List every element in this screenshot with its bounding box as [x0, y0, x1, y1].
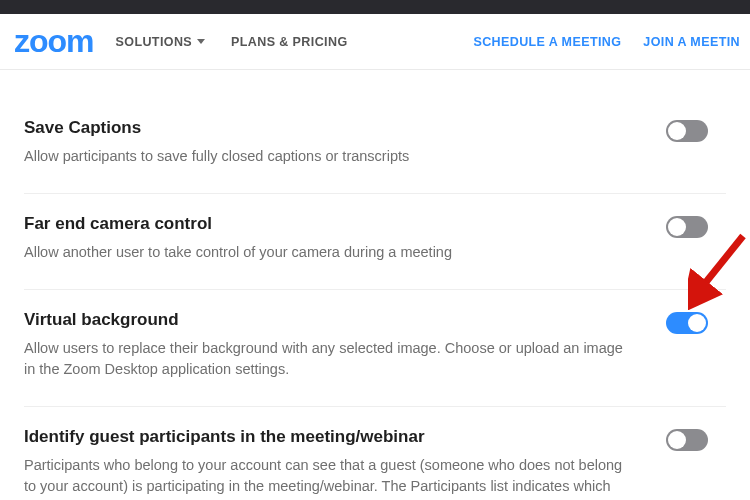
link-join-meeting[interactable]: JOIN A MEETIN	[643, 35, 740, 49]
link-schedule-meeting[interactable]: SCHEDULE A MEETING	[473, 35, 621, 49]
setting-virtual-background: Virtual background Allow users to replac…	[24, 290, 726, 407]
toggle-virtual-background[interactable]	[666, 312, 708, 334]
nav-plans-pricing[interactable]: PLANS & PRICING	[231, 35, 347, 49]
setting-save-captions: Save Captions Allow participants to save…	[24, 94, 726, 194]
chevron-down-icon	[197, 39, 205, 44]
toggle-far-end-camera[interactable]	[666, 216, 708, 238]
setting-desc: Allow another user to take control of yo…	[24, 242, 626, 263]
nav-solutions-label: SOLUTIONS	[116, 35, 193, 49]
setting-desc-text: Participants who belong to your account …	[24, 457, 622, 500]
setting-title: Save Captions	[24, 118, 626, 138]
nav-solutions[interactable]: SOLUTIONS	[116, 35, 206, 49]
setting-title: Virtual background	[24, 310, 626, 330]
setting-title: Identify guest participants in the meeti…	[24, 427, 626, 447]
top-nav: zoom SOLUTIONS PLANS & PRICING SCHEDULE …	[0, 14, 750, 70]
toggle-identify-guests[interactable]	[666, 429, 708, 451]
setting-desc: Allow users to replace their background …	[24, 338, 626, 380]
window-chrome-bar	[0, 0, 750, 14]
setting-far-end-camera: Far end camera control Allow another use…	[24, 194, 726, 290]
setting-desc: Allow participants to save fully closed …	[24, 146, 626, 167]
toggle-save-captions[interactable]	[666, 120, 708, 142]
zoom-logo[interactable]: zoom	[14, 23, 94, 60]
setting-title: Far end camera control	[24, 214, 626, 234]
setting-identify-guests: Identify guest participants in the meeti…	[24, 407, 726, 500]
setting-desc: Participants who belong to your account …	[24, 455, 626, 500]
settings-list: Save Captions Allow participants to save…	[0, 70, 750, 500]
